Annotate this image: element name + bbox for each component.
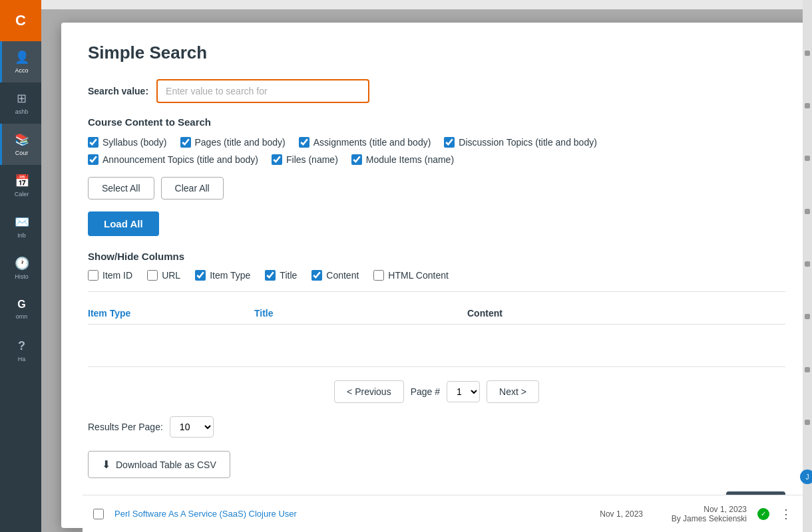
checkbox-item-id-label: Item ID [102, 270, 132, 281]
sidebar-item-commons[interactable]: G omn [0, 289, 41, 330]
checkbox-announcement-input[interactable] [88, 154, 99, 165]
page-label: Page # [411, 386, 440, 397]
sidebar-item-inbox[interactable]: ✉️ Inb [0, 206, 41, 247]
checkbox-pages[interactable]: Pages (title and body) [180, 137, 286, 148]
checkbox-content-input[interactable] [311, 270, 322, 281]
right-dots-panel: J [803, 0, 812, 532]
checkbox-module[interactable]: Module Items (name) [351, 154, 454, 165]
checkbox-files-label: Files (name) [286, 154, 338, 165]
courses-icon: 📚 [15, 132, 29, 147]
checkbox-html-content-label: HTML Content [388, 270, 449, 281]
sidebar-item-label: Caler [15, 191, 29, 198]
th-title: Title [254, 308, 467, 319]
course-content-label: Course Content to Search [88, 116, 785, 128]
bottom-course-link[interactable]: Perl Software As A Service (SaaS) Clojur… [114, 509, 572, 519]
checkbox-assignments-label: Assignments (title and body) [313, 137, 431, 148]
sidebar-item-calendar[interactable]: 📅 Caler [0, 165, 41, 206]
bottom-checkbox[interactable] [93, 509, 104, 519]
sidebar-item-label: Histo [15, 273, 29, 280]
side-dot-1[interactable] [805, 51, 810, 56]
results-per-page-row: Results Per Page: 10 25 50 100 [88, 416, 785, 438]
sidebar-logo[interactable]: C [0, 0, 41, 41]
side-dot-8[interactable] [805, 420, 810, 425]
results-per-page-select[interactable]: 10 25 50 100 [170, 416, 214, 438]
checkbox-assignments-input[interactable] [299, 137, 309, 148]
show-hide-section: Show/Hide Columns Item ID URL Item Type [88, 251, 785, 281]
search-row: Search value: [88, 79, 785, 103]
page-select[interactable]: 1 [447, 381, 480, 402]
checkbox-html-content[interactable]: HTML Content [373, 270, 449, 281]
checkbox-discussion-input[interactable] [444, 137, 455, 148]
history-icon: 🕐 [15, 256, 29, 271]
calendar-icon: 📅 [15, 174, 29, 188]
download-csv-label: Download Table as CSV [116, 460, 216, 470]
checkbox-item-type[interactable]: Item Type [195, 270, 250, 281]
checkbox-pages-input[interactable] [180, 137, 191, 148]
checkbox-title-input[interactable] [265, 270, 276, 281]
side-dot-3[interactable] [805, 156, 810, 161]
checkbox-item-type-input[interactable] [195, 270, 206, 281]
results-per-page-label: Results Per Page: [88, 422, 163, 432]
sidebar-item-history[interactable]: 🕐 Histo [0, 247, 41, 289]
checkbox-module-input[interactable] [351, 154, 362, 165]
checkbox-item-id-input[interactable] [88, 270, 99, 281]
th-item-type: Item Type [88, 308, 254, 319]
checkbox-announcement-label: Announcement Topics (title and body) [102, 154, 258, 165]
side-dot-7[interactable] [805, 367, 810, 372]
sidebar-item-help[interactable]: ? Ha [0, 330, 41, 371]
checkbox-files-input[interactable] [272, 154, 282, 165]
checkbox-announcement[interactable]: Announcement Topics (title and body) [88, 154, 258, 165]
side-dot-4[interactable] [805, 209, 810, 214]
th-content: Content [467, 308, 785, 319]
checkmark-icon: ✓ [761, 510, 766, 517]
checkbox-title[interactable]: Title [265, 270, 297, 281]
download-icon: ⬇ [102, 458, 110, 471]
table-divider [88, 291, 785, 292]
checkbox-assignments[interactable]: Assignments (title and body) [299, 137, 431, 148]
sidebar-item-label: Acco [15, 67, 28, 74]
bottom-user: By James Sekcienski [672, 514, 747, 523]
checkbox-url-label: URL [162, 270, 180, 281]
checkbox-pages-label: Pages (title and body) [195, 137, 286, 148]
bottom-date-group: Nov 1, 2023 [583, 509, 643, 519]
side-dot-2[interactable] [805, 103, 810, 108]
side-dot-6[interactable] [805, 314, 810, 319]
modal-title: Simple Search [88, 43, 785, 63]
checkbox-discussion-label: Discussion Topics (title and body) [459, 137, 597, 148]
pagination-row: < Previous Page # 1 Next > [88, 380, 785, 403]
checkbox-files[interactable]: Files (name) [272, 154, 338, 165]
checkbox-url[interactable]: URL [147, 270, 180, 281]
search-input[interactable] [156, 79, 369, 103]
checkbox-url-input[interactable] [147, 270, 158, 281]
sidebar-item-label: omn [16, 313, 28, 320]
simple-search-modal: Simple Search Search value: Course Conte… [61, 23, 812, 528]
status-indicator: ✓ [757, 508, 769, 520]
load-all-button[interactable]: Load All [88, 211, 159, 236]
checkbox-discussion[interactable]: Discussion Topics (title and body) [444, 137, 597, 148]
table-body [88, 327, 785, 367]
checkbox-syllabus[interactable]: Syllabus (body) [88, 137, 167, 148]
checkbox-syllabus-label: Syllabus (body) [102, 137, 167, 148]
table-header: Item Type Title Content [88, 303, 785, 325]
download-csv-button[interactable]: ⬇ Download Table as CSV [88, 451, 230, 478]
kebab-menu-icon[interactable]: ⋮ [780, 507, 792, 521]
select-all-button[interactable]: Select All [88, 177, 154, 200]
dashboard-icon: ⊞ [17, 91, 27, 106]
checkbox-syllabus-input[interactable] [88, 137, 99, 148]
avatar-initial: J [806, 473, 809, 481]
checkbox-html-content-input[interactable] [373, 270, 384, 281]
sidebar-item-label: Cour [15, 150, 29, 156]
clear-all-button[interactable]: Clear All [161, 177, 224, 200]
previous-button[interactable]: < Previous [334, 380, 404, 403]
content-checkboxes-row1: Syllabus (body) Pages (title and body) A… [88, 137, 785, 148]
checkbox-content[interactable]: Content [311, 270, 359, 281]
checkbox-module-label: Module Items (name) [366, 154, 454, 165]
sidebar-item-dashboard[interactable]: ⊞ ashb [0, 82, 41, 124]
side-dot-5[interactable] [805, 261, 810, 267]
sidebar-item-courses[interactable]: 📚 Cour [0, 124, 41, 165]
checkbox-item-id[interactable]: Item ID [88, 270, 132, 281]
sidebar-item-account[interactable]: 👤 Acco [0, 41, 41, 82]
next-button[interactable]: Next > [487, 380, 539, 403]
user-avatar[interactable]: J [800, 469, 812, 484]
show-hide-label: Show/Hide Columns [88, 251, 785, 262]
